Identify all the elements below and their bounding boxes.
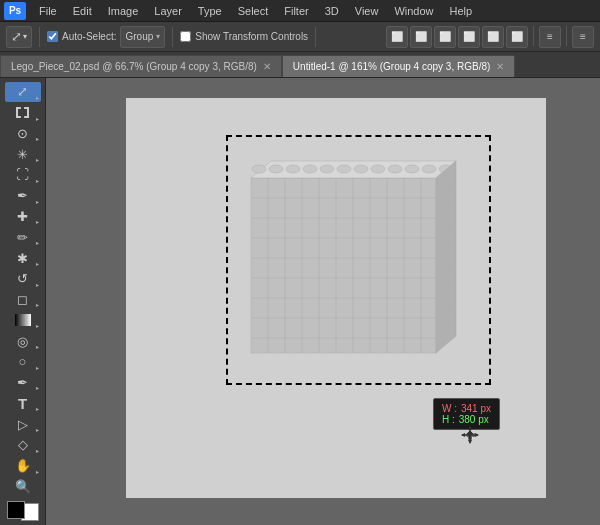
healing-brush-icon: ✚: [17, 209, 28, 224]
move-tool-btn[interactable]: ⤢ ▾: [6, 26, 32, 48]
menu-filter[interactable]: Filter: [277, 3, 315, 19]
menu-window[interactable]: Window: [387, 3, 440, 19]
tab-lego-piece-label: Lego_Piece_02.psd @ 66.7% (Group 4 copy …: [11, 61, 257, 72]
width-row: W : 341 px: [442, 403, 491, 414]
tool-gradient-arrow-icon: ▸: [36, 322, 39, 329]
move-icon: ⤢: [11, 29, 22, 44]
distribute-btn[interactable]: ≡: [539, 26, 561, 48]
menu-layer[interactable]: Layer: [147, 3, 189, 19]
tool-rectangular-marquee[interactable]: ▸: [5, 103, 41, 123]
eraser-icon: ◻: [17, 292, 28, 307]
tool-crop-arrow-icon: ▸: [36, 177, 39, 184]
align-middle-btn[interactable]: ⬜: [482, 26, 504, 48]
auto-select-label[interactable]: Auto-Select:: [47, 31, 116, 42]
align-top-icon: ⬜: [463, 31, 475, 42]
lego-piece-container: [241, 153, 471, 368]
tool-brush[interactable]: ✏ ▸: [5, 227, 41, 247]
tab-untitled-label: Untitled-1 @ 161% (Group 4 copy 3, RGB/8…: [293, 61, 490, 72]
menu-image[interactable]: Image: [101, 3, 146, 19]
tool-history-brush[interactable]: ↺ ▸: [5, 269, 41, 289]
tool-healing-brush[interactable]: ✚ ▸: [5, 207, 41, 227]
foreground-color-swatch[interactable]: [7, 501, 25, 519]
magic-wand-icon: ✳: [17, 147, 28, 162]
tool-clone-stamp[interactable]: ✱ ▸: [5, 248, 41, 268]
tool-eraser[interactable]: ◻ ▸: [5, 290, 41, 310]
svg-point-20: [252, 165, 266, 173]
height-label: H :: [442, 414, 455, 425]
tab-lego-piece-close-icon[interactable]: ✕: [263, 61, 271, 72]
tool-move[interactable]: ⤢ ▸: [5, 82, 41, 102]
move-tool-icon: ⤢: [17, 84, 28, 99]
menu-view[interactable]: View: [348, 3, 386, 19]
dropdown-arrow-icon: ▾: [23, 32, 27, 41]
show-transform-label[interactable]: Show Transform Controls: [180, 31, 308, 42]
tool-text-arrow-icon: ▸: [36, 405, 39, 412]
svg-point-21: [269, 165, 283, 173]
menu-help[interactable]: Help: [443, 3, 480, 19]
menu-3d[interactable]: 3D: [318, 3, 346, 19]
svg-point-27: [371, 165, 385, 173]
tool-pen-arrow-icon: ▸: [36, 384, 39, 391]
tool-history-arrow-icon: ▸: [36, 281, 39, 288]
svg-point-30: [422, 165, 436, 173]
tool-gradient[interactable]: ▸: [5, 310, 41, 330]
tab-untitled-close-icon[interactable]: ✕: [496, 61, 504, 72]
menu-type[interactable]: Type: [191, 3, 229, 19]
tool-dodge[interactable]: ○ ▸: [5, 352, 41, 372]
show-transform-checkbox[interactable]: [180, 31, 191, 42]
toolbar-sep-2: [172, 27, 173, 47]
svg-point-22: [286, 165, 300, 173]
tool-hand[interactable]: ✋ ▸: [5, 456, 41, 476]
toolbar-sep-1: [39, 27, 40, 47]
tab-lego-piece[interactable]: Lego_Piece_02.psd @ 66.7% (Group 4 copy …: [0, 55, 282, 77]
dimensions-tooltip: W : 341 px H : 380 px: [433, 398, 500, 430]
tool-crop[interactable]: ⛶ ▸: [5, 165, 41, 185]
lasso-icon: ⊙: [17, 126, 28, 141]
menu-file[interactable]: File: [32, 3, 64, 19]
align-left-btn[interactable]: ⬜: [386, 26, 408, 48]
group-dropdown-arrow-icon: ▾: [156, 32, 160, 41]
tool-zoom[interactable]: 🔍: [5, 477, 41, 497]
auto-select-checkbox[interactable]: [47, 31, 58, 42]
more-btn[interactable]: ≡: [572, 26, 594, 48]
menu-edit[interactable]: Edit: [66, 3, 99, 19]
toolbar-sep-3: [315, 27, 316, 47]
align-bottom-btn[interactable]: ⬜: [506, 26, 528, 48]
align-right-btn[interactable]: ⬜: [434, 26, 456, 48]
tool-text[interactable]: T ▸: [5, 393, 41, 413]
tool-lasso[interactable]: ⊙ ▸: [5, 124, 41, 144]
align-right-icon: ⬜: [439, 31, 451, 42]
ps-logo-icon: Ps: [4, 2, 26, 20]
align-center-btn[interactable]: ⬜: [410, 26, 432, 48]
clone-stamp-icon: ✱: [17, 251, 28, 266]
align-top-btn[interactable]: ⬜: [458, 26, 480, 48]
tool-clone-arrow-icon: ▸: [36, 260, 39, 267]
group-label: Group: [125, 31, 153, 42]
tool-brush-arrow-icon: ▸: [36, 239, 39, 246]
tool-eyedropper[interactable]: ✒ ▸: [5, 186, 41, 206]
canvas-area: W : 341 px H : 380 px: [46, 78, 600, 525]
svg-rect-0: [251, 178, 436, 353]
options-toolbar: ⤢ ▾ Auto-Select: Group ▾ Show Transform …: [0, 22, 600, 52]
dodge-icon: ○: [19, 354, 27, 369]
tool-shape[interactable]: ◇ ▸: [5, 435, 41, 455]
tool-pen[interactable]: ✒ ▸: [5, 373, 41, 393]
tool-path-selection[interactable]: ▷ ▸: [5, 414, 41, 434]
tool-wand-arrow-icon: ▸: [36, 156, 39, 163]
group-dropdown[interactable]: Group ▾: [120, 26, 165, 48]
width-label: W :: [442, 403, 457, 414]
history-brush-icon: ↺: [17, 271, 28, 286]
tools-panel: ⤢ ▸ ▸ ⊙ ▸ ✳ ▸ ⛶ ▸ ✒ ▸ ✚ ▸: [0, 78, 46, 525]
tool-dodge-arrow-icon: ▸: [36, 364, 39, 371]
tool-magic-wand[interactable]: ✳ ▸: [5, 144, 41, 164]
align-center-icon: ⬜: [415, 31, 427, 42]
tab-bar: Lego_Piece_02.psd @ 66.7% (Group 4 copy …: [0, 52, 600, 78]
svg-point-26: [354, 165, 368, 173]
menu-select[interactable]: Select: [231, 3, 276, 19]
align-left-icon: ⬜: [391, 31, 403, 42]
tab-untitled[interactable]: Untitled-1 @ 161% (Group 4 copy 3, RGB/8…: [282, 55, 515, 77]
svg-point-29: [405, 165, 419, 173]
color-swatches[interactable]: [7, 501, 39, 521]
tool-blur[interactable]: ◎ ▸: [5, 331, 41, 351]
lego-piece-svg: [241, 153, 471, 368]
